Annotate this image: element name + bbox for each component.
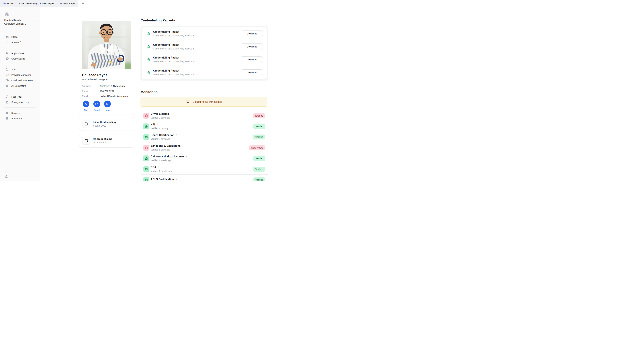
- monitoring-row-sanctions-exclusions[interactable]: Sanctions & Exclusions Verified 5 days a…: [140, 142, 268, 153]
- main-content: Dr. Isaac Reyes MD, Orthopedic Surgeon S…: [40, 6, 322, 181]
- sidebar-divider: [4, 91, 36, 91]
- download-button[interactable]: Download: [241, 69, 263, 76]
- sparkle-icon: [6, 40, 9, 44]
- sidebar-item-label: Audit Logs: [12, 117, 22, 120]
- provider-photo: [82, 20, 131, 69]
- detail-row-specialty: Specialty Obstetrics & Gynecology: [82, 85, 131, 87]
- download-button[interactable]: Download: [241, 56, 263, 63]
- download-button[interactable]: Download: [241, 30, 263, 37]
- document-icon: [146, 31, 150, 36]
- medical-briefcase-icon: [143, 113, 149, 119]
- credentialing-packets-card: Credentialing Packet Generated on 08/12/…: [140, 26, 268, 80]
- bell-icon: [186, 100, 190, 104]
- sidebar-item-all-documents[interactable]: All Documents: [4, 83, 36, 88]
- status-badge: Verified: [253, 177, 265, 181]
- medical-briefcase-icon: [143, 145, 149, 151]
- sidebar-item-provider-monitoring[interactable]: Provider Monitoring: [4, 72, 36, 78]
- sidebar-item-audit-logs[interactable]: Audit Logs: [4, 116, 36, 121]
- bank-icon: [6, 100, 9, 104]
- sidebar-item-label: Staff: [12, 68, 16, 71]
- packet-row: Credentialing Packet Generated on 08/12/…: [142, 66, 267, 79]
- email-button[interactable]: Email: [93, 100, 100, 111]
- provider-profile-card: Dr. Isaac Reyes MD, Orthopedic Surgeon S…: [79, 18, 134, 115]
- monitoring-row-dea[interactable]: DEA Verified 1 month ago Verified: [140, 164, 268, 175]
- chevron-right-icon: [156, 123, 159, 126]
- medical-briefcase-icon: [143, 166, 149, 172]
- medical-briefcase-icon: [143, 177, 149, 181]
- target-cursor-icon: [6, 95, 9, 98]
- sidebar-item-credentialing[interactable]: Credentialing: [4, 56, 36, 61]
- hospital-icon: [4, 12, 9, 16]
- tab-home[interactable]: Home: [0, 0, 16, 6]
- sidebar-item-continued-education[interactable]: Continued Education: [4, 78, 36, 83]
- sidebar-item-label: Applications: [12, 52, 24, 54]
- org-switcher[interactable]: Deerfield Beach Outpatient Surgical...: [4, 19, 36, 25]
- sidebar-item-fast-track[interactable]: Fast Track: [4, 94, 36, 99]
- detail-row-email: Email michael@credentiable.com: [82, 95, 131, 98]
- call-button[interactable]: Call: [82, 100, 90, 111]
- provider-details: Specialty Obstetrics & Gynecology Phone …: [82, 85, 131, 98]
- tab-initial-credentialing[interactable]: Initial Credentialing: Dr. Isaac Reyes: [16, 0, 57, 6]
- status-badge: New record: [249, 145, 265, 150]
- provider-title: MD, Orthopedic Surgeon: [82, 78, 131, 81]
- monitoring-row-california-medical-license[interactable]: California Medical License Verified 2 we…: [140, 153, 268, 164]
- notepad-icon: [106, 102, 109, 106]
- document-icon: [146, 44, 150, 49]
- status-badge: Verified: [253, 167, 265, 172]
- monitoring-row-acls-certification[interactable]: ACLS Certification Verified: [140, 175, 268, 181]
- settings-gear-icon[interactable]: [4, 175, 8, 178]
- detail-row-phone: Phone 786-777-0202: [82, 90, 131, 92]
- download-button[interactable]: Download: [241, 43, 263, 50]
- alert-text: 2 documents with issues: [193, 100, 222, 103]
- packet-row: Credentialing Packet Generated on 08/12/…: [142, 27, 267, 40]
- monitoring-row-npi[interactable]: NPI Verified 1 day ago Verified: [140, 121, 268, 132]
- sidebar-item-label: Fast Track: [12, 95, 22, 98]
- provider-name: Dr. Isaac Reyes: [82, 73, 131, 77]
- new-tab-button[interactable]: [80, 0, 86, 6]
- people-icon: [6, 68, 9, 71]
- sidebar-item-label: Credentialing: [12, 57, 25, 60]
- sidebar-item-applications[interactable]: Applications: [4, 50, 36, 56]
- seal-check-icon: [6, 57, 9, 60]
- re-credentialing-card: Re-credentialing In 17 months: [79, 134, 134, 148]
- monitoring-row-driver-license[interactable]: Driver License Verified 2 days ago Expir…: [140, 110, 268, 121]
- house-icon: [6, 35, 9, 38]
- sidebar-item-artemis-ai[interactable]: ArtemisAI: [4, 39, 36, 45]
- sidebar-item-surveyor-access[interactable]: Surveyor Access: [4, 99, 36, 105]
- profile-actions: Call Email Logs: [82, 100, 131, 111]
- status-badge: Expired: [253, 113, 265, 118]
- tab-dr-isaac-reyes[interactable]: Dr. Isaac Reyes: [57, 0, 78, 6]
- medical-briefcase-icon: [143, 123, 149, 129]
- document-icon: [146, 70, 150, 75]
- chevron-right-icon: [175, 178, 178, 181]
- sidebar-item-reports[interactable]: Reports: [4, 110, 36, 116]
- packet-row: Credentialing Packet Generated on 08/12/…: [142, 53, 267, 66]
- tab-label: Initial Credentialing: Dr. Isaac Reyes: [19, 2, 54, 4]
- phone-icon: [84, 102, 88, 105]
- org-name: Deerfield Beach Outpatient Surgical...: [4, 19, 33, 25]
- status-badge: Verified: [253, 134, 265, 139]
- status-badge: Verified: [253, 124, 265, 129]
- chevron-right-icon: [170, 113, 172, 115]
- sidebar-item-staff[interactable]: Staff: [4, 67, 36, 72]
- monitoring-row-board-certification[interactable]: Board Certification Verified 3 days ago …: [140, 132, 268, 143]
- chevron-right-icon: [158, 166, 160, 168]
- status-badge: Verified: [253, 156, 265, 161]
- document-icon: [146, 57, 150, 62]
- sidebar-item-label: Home: [12, 36, 18, 38]
- monitoring-list: Driver License Verified 2 days ago Expir…: [140, 110, 268, 181]
- calendar-icon: [82, 120, 90, 128]
- sidebar-item-label: Surveyor Access: [12, 101, 28, 103]
- tab-label: Home: [7, 2, 13, 4]
- sidebar-item-label: Provider Monitoring: [12, 74, 31, 76]
- sidebar-item-home[interactable]: Home: [4, 34, 36, 39]
- envelope-icon: [95, 102, 98, 106]
- logs-button[interactable]: Logs: [104, 100, 111, 111]
- plus-icon: [82, 2, 84, 5]
- scroll-badge-icon: [6, 51, 9, 55]
- chevron-right-icon: [182, 145, 184, 147]
- sidebar-divider: [4, 64, 36, 64]
- chevron-right-icon: [185, 155, 188, 158]
- sidebar-item-label: Reports: [12, 112, 20, 114]
- calendar-icon: [82, 137, 90, 145]
